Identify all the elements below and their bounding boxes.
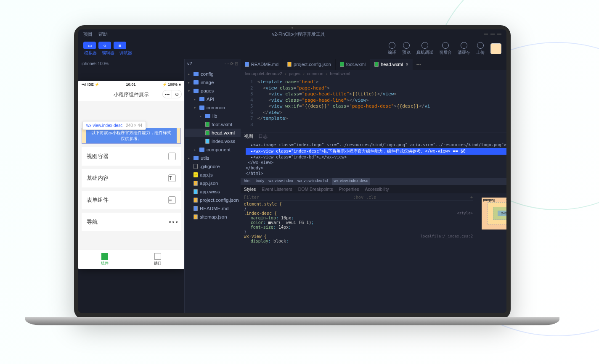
list-item[interactable]: 基础内容T [82, 169, 181, 187]
action-remote[interactable]: 真机调试 [416, 42, 433, 55]
tabs-overflow[interactable]: ••• [413, 59, 425, 70]
styles-tab[interactable]: Properties [339, 187, 359, 192]
dom-selected[interactable]: ▸<wx-view class="index-desc">以下将展示小程序官方组… [246, 148, 506, 155]
capsule-button[interactable]: •••⊙ [162, 90, 182, 98]
folder-lib[interactable]: ▸lib [185, 112, 241, 120]
device-label[interactable]: iphone6 100% [78, 59, 184, 68]
js-icon: JS [193, 172, 198, 177]
folder-common[interactable]: ▾common [185, 103, 241, 112]
wxss-icon [205, 139, 209, 144]
box-content-dims: 240 × 44 [498, 211, 506, 216]
close-icon[interactable]: × [406, 62, 408, 67]
hov-cls[interactable]: :hov .cls [353, 195, 376, 200]
code-editor[interactable]: 12345678 <template name="head"> <view cl… [241, 77, 506, 132]
menubar: 项目 帮助 v2-FinClip小程序开发工具 [78, 29, 506, 39]
folder-utils[interactable]: ▸utils [185, 154, 241, 162]
list-item[interactable]: 导航∘∘∘ [82, 213, 181, 231]
dom-tree[interactable]: ▸<wx-image class="index-logo" src="../re… [241, 141, 506, 178]
file-appwxss[interactable]: app.wxss [185, 187, 241, 196]
avatar[interactable] [490, 43, 501, 54]
file-foot[interactable]: foot.wxml [185, 120, 241, 129]
tab-projconfig[interactable]: project.config.json [283, 59, 336, 70]
file-indexwxss[interactable]: index.wxss [185, 137, 241, 145]
list-item[interactable]: 表单组件≡ [82, 191, 181, 209]
action-clear[interactable]: 清缓存 [458, 42, 470, 55]
folder-image[interactable]: ▸image [185, 78, 241, 87]
card-icon [168, 153, 176, 160]
simulator-pane: iphone6 100% ••ıl IDE ⚡ 10:01 ⚡ 100% ■ 小… [78, 59, 184, 313]
styles-tab[interactable]: Accessibility [365, 187, 389, 192]
json-icon [287, 62, 292, 67]
json-icon: {} [193, 214, 198, 219]
file-head[interactable]: head.wxml [185, 129, 241, 137]
tree-actions[interactable]: ▫ ▫ ⟳ ⊡ [225, 61, 238, 66]
pill-simulator[interactable]: ▭ [83, 42, 96, 49]
json-icon: {} [193, 181, 198, 186]
inspect-highlight: 以下将展示小程序官方组件能力，组件样式仅供参考。 [82, 128, 181, 144]
folder-icon [193, 72, 199, 76]
file-readme[interactable]: README.md [185, 204, 241, 213]
folder-icon [205, 114, 210, 118]
pill-debugger[interactable]: ≡ [114, 42, 126, 49]
folder-icon [193, 156, 199, 160]
file-sitemap[interactable]: {}sitemap.json [185, 213, 241, 221]
wxml-icon [205, 130, 209, 135]
folder-pages[interactable]: ▾pages [185, 87, 241, 95]
add-rule-icon[interactable]: + [470, 195, 473, 200]
tab-api[interactable]: 接口 [131, 250, 184, 269]
wxss-icon [193, 189, 198, 194]
tab-readme[interactable]: README.md [241, 59, 283, 70]
action-upload[interactable]: 上传 [476, 42, 485, 55]
action-background[interactable]: 切后台 [439, 42, 452, 55]
text-icon: T [168, 174, 176, 182]
folder-config[interactable]: ▸config [185, 70, 241, 78]
list-item[interactable]: 视图容器 [82, 147, 181, 166]
wxml-icon [205, 122, 209, 127]
file-projconfig[interactable]: {}project.config.json [185, 196, 241, 204]
inspect-tooltip: wx-view.index-desc 240 × 44 [82, 121, 146, 130]
menu-project[interactable]: 项目 [83, 31, 93, 37]
file-appjs[interactable]: JSapp.js [185, 171, 241, 179]
editor-tabs: README.md project.config.json foot.wxml … [241, 59, 506, 70]
dots-icon: ∘∘∘ [168, 218, 176, 226]
window-controls[interactable] [484, 34, 501, 34]
tab-foot[interactable]: foot.wxml [336, 59, 370, 70]
action-compile[interactable]: 编译 [388, 42, 396, 55]
styles-tab[interactable]: Event Listeners [262, 187, 292, 192]
file-icon [193, 164, 198, 169]
json-icon: {} [193, 198, 198, 203]
styles-pane[interactable]: Filter :hov .cls + element.style { } <st… [241, 193, 476, 313]
line-gutter: 12345678 [241, 79, 257, 130]
styles-filter[interactable]: Filter [244, 195, 259, 200]
dt-tab-log[interactable]: 日志 [258, 134, 268, 140]
folder-icon [199, 97, 204, 101]
folder-icon [193, 80, 199, 84]
breadcrumb[interactable]: fino-applet-demo-v2pagescommonhead.wxml [241, 70, 506, 77]
grid-icon [101, 253, 108, 260]
tab-components[interactable]: 组件 [78, 250, 131, 269]
md-icon [245, 62, 249, 67]
menu-help[interactable]: 帮助 [98, 31, 108, 37]
file-tree-pane: v2 ▫ ▫ ⟳ ⊡ ▸config ▸image ▾pages ▸API ▾c… [184, 59, 241, 313]
folder-api[interactable]: ▸API [185, 95, 241, 103]
file-appjson[interactable]: {}app.json [185, 179, 241, 187]
dom-breadcrumb[interactable]: html body wx-view.index wx-view.index-hd… [241, 178, 506, 185]
tree-root-label: v2 [187, 61, 192, 66]
styles-tab[interactable]: Styles [244, 187, 256, 192]
phone-preview: ••ıl IDE ⚡ 10:01 ⚡ 100% ■ 小程序组件展示 •••⊙ w… [78, 81, 184, 269]
editor-pane: README.md project.config.json foot.wxml … [241, 59, 506, 313]
action-preview[interactable]: 预览 [402, 42, 411, 55]
folder-component[interactable]: ▸component [185, 145, 241, 154]
file-gitignore[interactable]: .gitignore [185, 162, 241, 171]
phone-navbar: 小程序组件展示 •••⊙ [78, 88, 184, 101]
code-lines[interactable]: <template name="head"> <view class="page… [257, 79, 506, 130]
window-title: v2-FinClip小程序开发工具 [114, 31, 484, 37]
wxml-icon [374, 62, 379, 67]
phone-tabbar: 组件 接口 [78, 250, 184, 269]
styles-tab[interactable]: DOM Breakpoints [298, 187, 333, 192]
tab-head[interactable]: head.wxml× [370, 59, 413, 70]
app-screen: 项目 帮助 v2-FinClip小程序开发工具 ▭ ‹› ≡ 模拟器 编辑器 调… [78, 29, 506, 313]
dt-tab-view[interactable]: 视图 [244, 134, 253, 140]
pill-editor[interactable]: ‹› [98, 42, 111, 49]
camera-dot [292, 27, 293, 29]
